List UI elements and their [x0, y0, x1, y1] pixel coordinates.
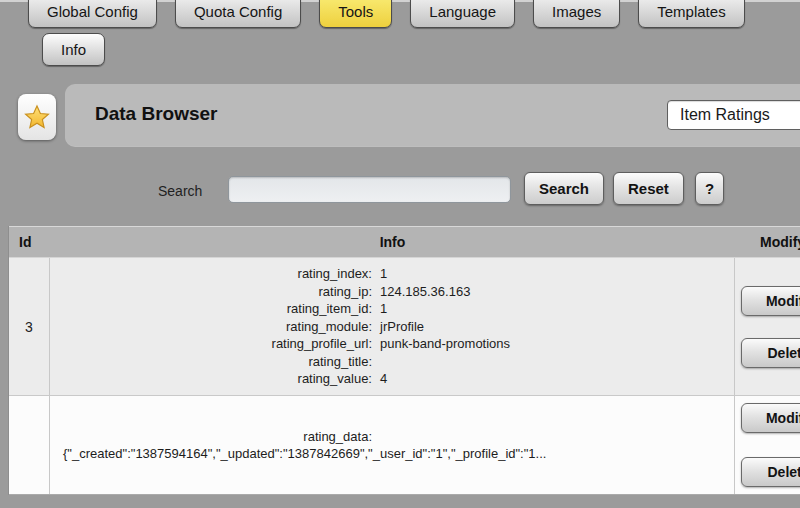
tab-bar-row-2: Info [42, 33, 105, 66]
star-icon [23, 103, 51, 131]
tab-templates[interactable]: Templates [638, 0, 744, 28]
row-actions-cell: Modify Delete [735, 396, 800, 494]
dataset-select-value: Item Ratings [680, 106, 770, 124]
search-label: Search [158, 183, 202, 199]
help-button[interactable]: ? [695, 172, 724, 205]
field-key: rating_index: [50, 265, 372, 283]
row-id-cell: 3 [9, 258, 50, 395]
field-key: rating_data: [50, 428, 372, 446]
modify-button[interactable]: Modify [741, 286, 800, 316]
table-row: rating_data: {"_created":"1387594164","_… [9, 396, 800, 495]
tab-quota-config[interactable]: Quota Config [175, 0, 301, 28]
row-actions-cell: Modify Delete [735, 258, 800, 395]
delete-button[interactable]: Delete [741, 338, 800, 368]
table-row: 3 rating_index:1 rating_ip:124.185.36.16… [9, 258, 800, 396]
field-key: rating_module: [50, 318, 372, 336]
tab-language[interactable]: Language [410, 0, 515, 28]
delete-button[interactable]: Delete [741, 457, 800, 487]
search-button[interactable]: Search [524, 172, 604, 205]
tab-tools[interactable]: Tools [319, 0, 392, 28]
table-header-row: Id Info Modify [9, 226, 800, 258]
field-key: rating_item_id: [50, 300, 372, 318]
tab-global-config[interactable]: Global Config [28, 0, 157, 28]
field-value: 1 [372, 300, 387, 318]
row-info-cell: rating_data: {"_created":"1387594164","_… [50, 396, 735, 494]
field-value: punk-band-promotions [372, 335, 510, 353]
rating-data-json-preview: {"_created":"1387594164","_updated":"138… [50, 445, 734, 463]
field-value [372, 353, 380, 371]
row-info-cell: rating_index:1 rating_ip:124.185.36.163 … [50, 258, 735, 395]
page-title: Data Browser [95, 103, 218, 125]
field-value: 124.185.36.163 [372, 283, 470, 301]
favorite-button[interactable] [18, 94, 56, 140]
row-id-cell [9, 396, 50, 494]
reset-button[interactable]: Reset [613, 172, 684, 205]
column-header-modify: Modify [735, 234, 800, 250]
field-value: jrProfile [372, 318, 424, 336]
field-value: 1 [372, 265, 387, 283]
tab-images[interactable]: Images [533, 0, 620, 28]
dataset-select[interactable]: Item Ratings [667, 100, 800, 130]
search-input[interactable] [228, 176, 511, 203]
data-table: Id Info Modify 3 rating_index:1 rating_i… [8, 226, 800, 495]
column-header-info: Info [50, 234, 735, 250]
field-value: 4 [372, 370, 387, 388]
field-key: rating_ip: [50, 283, 372, 301]
tab-info[interactable]: Info [42, 33, 105, 66]
field-key: rating_profile_url: [50, 335, 372, 353]
field-value [372, 428, 380, 446]
tab-bar: Global Config Quota Config Tools Languag… [28, 0, 745, 28]
column-header-id: Id [9, 234, 50, 250]
field-key: rating_value: [50, 370, 372, 388]
field-key: rating_title: [50, 353, 372, 371]
modify-button[interactable]: Modify [741, 403, 800, 433]
